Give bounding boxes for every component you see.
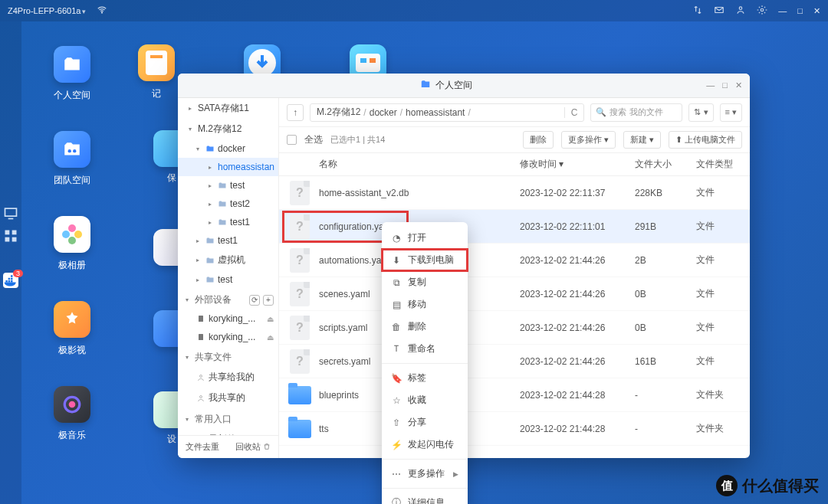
ctx-more[interactable]: ⋯更多操作▶ <box>382 463 468 485</box>
desktop-icon-label: 极音乐 <box>58 429 86 442</box>
ctx-share[interactable]: ⇧分享 <box>382 411 468 434</box>
fm-foot-trash[interactable]: 回收站 <box>235 441 271 453</box>
device-selector[interactable]: Z4Pro-LEFP-6601a <box>8 6 86 15</box>
user-icon[interactable] <box>735 5 746 17</box>
view-button[interactable]: ≡ ▾ <box>720 103 742 122</box>
svg-point-21 <box>200 375 202 377</box>
fm-close-button[interactable]: ✕ <box>735 80 742 90</box>
new-button[interactable]: 新建 ▾ <box>623 131 661 149</box>
upload-button[interactable]: ⬆上传电脑文件 <box>669 131 742 149</box>
sidebar-item-recent[interactable]: 最新的 <box>178 429 278 435</box>
breadcrumb-seg[interactable]: homeassistant <box>406 107 465 118</box>
file-name: automations.yaml <box>319 255 391 266</box>
delete-button[interactable]: 删除 <box>523 131 554 149</box>
table-row[interactable]: ?scripts.yaml2023-12-02 21:44:260B文件 <box>279 311 750 345</box>
sidebar-item-test1b[interactable]: ▸test1 <box>178 231 278 250</box>
ctx-download[interactable]: ⬇下载到电脑 <box>382 249 468 271</box>
svg-point-22 <box>200 395 202 398</box>
table-row[interactable]: ?automations.yaml2023-12-02 21:44:262B文件 <box>279 244 750 277</box>
refresh-icon[interactable]: ⟳ <box>249 295 260 306</box>
add-icon[interactable]: + <box>263 295 274 306</box>
sidebar-item-shared-by-me[interactable]: 我共享的 <box>178 388 278 408</box>
file-mtime: 2023-12-02 21:44:28 <box>520 390 635 401</box>
settings-icon[interactable] <box>757 5 767 17</box>
desktop-icon-music[interactable]: 极音乐 <box>54 386 90 442</box>
sidebar-item-test2[interactable]: ▸test2 <box>178 195 278 213</box>
file-type: 文件夹 <box>696 422 742 435</box>
desktop-icon-video[interactable]: 极影视 <box>54 301 90 357</box>
dock-item-monitor[interactable] <box>3 205 18 221</box>
search-icon: 🔍 <box>596 107 606 117</box>
ctx-rename[interactable]: Ｔ重命名 <box>382 338 468 360</box>
transfer-icon[interactable] <box>692 5 703 17</box>
sidebar-item-ext1[interactable]: koryking_...⏏ <box>178 309 278 328</box>
dock-strip: 3 <box>0 21 21 504</box>
search-input[interactable]: 🔍搜索 我的文件 <box>590 103 682 122</box>
sidebar-section-frequent[interactable]: ▾常用入口 <box>178 408 278 429</box>
ctx-move[interactable]: ▤移动 <box>382 293 468 316</box>
copy-icon: ⧉ <box>391 277 402 288</box>
desktop-icon-personal[interactable]: 个人空间 <box>54 46 90 102</box>
select-all-checkbox[interactable] <box>287 135 297 145</box>
dock-item-docker[interactable]: 3 <box>3 273 18 288</box>
col-type[interactable]: 文件类型 <box>696 158 742 171</box>
file-icon: ? <box>290 282 310 306</box>
app-rail-item[interactable]: 记 <box>138 44 175 100</box>
fm-titlebar[interactable]: 个人空间 — □ ✕ <box>178 74 750 98</box>
reload-icon[interactable]: C <box>564 107 578 118</box>
sidebar-item-vm[interactable]: ▸虚拟机 <box>178 250 278 270</box>
fm-minimize-button[interactable]: — <box>706 80 715 90</box>
maximize-button[interactable]: □ <box>797 6 803 15</box>
table-row[interactable]: ?secrets.yaml2023-12-02 21:44:26161B文件 <box>279 345 750 378</box>
desktop-icon-photos[interactable]: 极相册 <box>54 216 90 272</box>
fm-maximize-button[interactable]: □ <box>722 80 728 90</box>
breadcrumb-seg[interactable]: M.2存储12 <box>317 106 360 119</box>
ctx-details[interactable]: ⓘ详细信息 <box>382 492 468 504</box>
desktop-icon-label: 极影视 <box>58 344 86 357</box>
up-button[interactable]: ↑ <box>287 104 304 121</box>
sidebar-item-sata[interactable]: ▸SATA存储11 <box>178 98 278 119</box>
table-row[interactable]: ?scenes.yaml2023-12-02 21:44:260B文件 <box>279 277 750 311</box>
sidebar-item-testc[interactable]: ▸test <box>178 270 278 289</box>
ctx-flash[interactable]: ⚡发起闪电传 <box>382 434 468 456</box>
table-row[interactable]: blueprints2023-12-02 21:44:28-文件夹 <box>279 378 750 412</box>
col-size[interactable]: 文件大小 <box>635 158 696 171</box>
breadcrumb-seg[interactable]: docker <box>370 107 397 118</box>
svg-rect-14 <box>150 55 163 58</box>
breadcrumb[interactable]: M.2存储12/ docker/ homeassistant/ C <box>310 103 584 122</box>
sidebar-item-test[interactable]: ▸test <box>178 176 278 195</box>
close-button[interactable]: ✕ <box>813 6 820 16</box>
mail-icon[interactable] <box>714 5 724 17</box>
ctx-copy[interactable]: ⧉复制 <box>382 271 468 293</box>
ctx-open[interactable]: ◔打开 <box>382 227 468 249</box>
minimize-button[interactable]: — <box>778 6 787 15</box>
desktop-icon-team[interactable]: 团队空间 <box>54 131 90 187</box>
sort-button[interactable]: ⇅ ▾ <box>688 103 713 122</box>
table-row[interactable]: tts2023-12-02 21:44:28-文件夹 <box>279 412 750 446</box>
sidebar-item-docker[interactable]: ▾docker <box>178 139 278 158</box>
folder-icon <box>288 420 311 438</box>
share-icon: ⇧ <box>391 417 402 428</box>
ctx-label[interactable]: 🔖标签 <box>382 367 468 389</box>
sidebar-item-ext2[interactable]: koryking_...⏏ <box>178 328 278 346</box>
col-mtime[interactable]: 修改时间 ▾ <box>520 158 635 171</box>
sidebar-item-homeassistant[interactable]: ▸homeassistan <box>178 158 278 176</box>
table-row[interactable]: ?configuration.yaml2023-12-02 22:11:0129… <box>279 210 750 244</box>
select-all-label[interactable]: 全选 <box>304 133 323 146</box>
ctx-delete[interactable]: 🗑删除 <box>382 316 468 338</box>
sidebar-item-shared-to-me[interactable]: 共享给我的 <box>178 367 278 388</box>
sidebar-item-m2[interactable]: ▾M.2存储12 <box>178 119 278 139</box>
col-name[interactable]: 名称 <box>287 158 520 171</box>
file-name: scenes.yaml <box>319 289 370 299</box>
file-icon: ? <box>290 214 310 239</box>
sidebar-section-external[interactable]: ▾外部设备⟳+ <box>178 289 278 309</box>
sidebar-item-test1a[interactable]: ▸test1 <box>178 213 278 231</box>
selection-status: 已选中1 | 共14 <box>330 134 385 146</box>
fm-foot-dedup[interactable]: 文件去重 <box>186 441 219 453</box>
sidebar-section-shared[interactable]: ▾共享文件 <box>178 346 278 367</box>
file-size: - <box>635 390 696 401</box>
more-actions-button[interactable]: 更多操作 ▾ <box>561 131 616 149</box>
ctx-fav[interactable]: ☆收藏 <box>382 389 468 411</box>
dock-item-apps[interactable] <box>3 228 18 244</box>
table-row[interactable]: ?home-assistant_v2.db2023-12-02 22:11:37… <box>279 176 750 210</box>
